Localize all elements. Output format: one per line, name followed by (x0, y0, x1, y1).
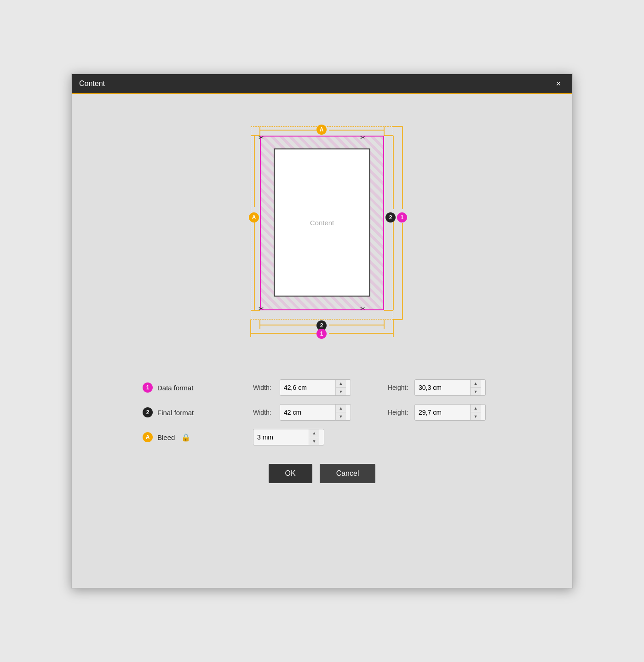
bleed-text: Bleed (157, 434, 175, 441)
data-format-width-spinners: ▲ ▼ (335, 380, 346, 395)
data-format-label-group: 1 Data format (143, 382, 216, 393)
data-format-height-up[interactable]: ▲ (471, 380, 481, 388)
data-format-width-field[interactable]: 42,6 cm (280, 381, 335, 394)
diagram-area: A A Content ✂ ✂ ✂ ✂ 2 (232, 117, 412, 352)
close-button[interactable]: × (552, 77, 565, 90)
final-format-width-down[interactable]: ▼ (336, 412, 346, 420)
data-format-width-input[interactable]: 42,6 cm ▲ ▼ (280, 379, 351, 396)
data-format-height-down[interactable]: ▼ (471, 388, 481, 395)
bleed-up[interactable]: ▲ (309, 429, 319, 437)
data-format-width-down[interactable]: ▼ (336, 388, 346, 395)
scissor-tl-icon: ✂ (259, 134, 264, 141)
final-format-height-group: Height: 29,7 cm ▲ ▼ (388, 404, 486, 421)
data-format-width-up[interactable]: ▲ (336, 380, 346, 388)
ok-button[interactable]: OK (269, 464, 312, 483)
final-format-width-spinners: ▲ ▼ (335, 405, 346, 420)
scissor-tr-icon: ✂ (360, 134, 366, 141)
data-format-text: Data format (157, 384, 193, 392)
footer: OK Cancel (269, 445, 376, 506)
bleed-badge: A (143, 432, 153, 442)
data-format-height-input[interactable]: 30,3 cm ▲ ▼ (414, 379, 486, 396)
form-section: 1 Data format Width: 42,6 cm ▲ ▼ (143, 379, 501, 445)
final-format-height-label: Height: (388, 409, 411, 416)
data-format-height-field[interactable]: 30,3 cm (415, 381, 470, 394)
bleed-label-group: A Bleed 🔒 (143, 432, 216, 442)
data-format-width-label: Width: (253, 384, 276, 391)
scissor-br-icon: ✂ (360, 305, 366, 312)
content-rect: Content (274, 148, 370, 297)
data-format-height-group: Height: 30,3 cm ▲ ▼ (388, 379, 486, 396)
final-format-text: Final format (157, 409, 194, 417)
bleed-spinners: ▲ ▼ (309, 429, 319, 445)
final-format-height-field[interactable]: 29,7 cm (415, 406, 470, 419)
lock-icon[interactable]: 🔒 (181, 433, 190, 442)
data-format-height-spinners: ▲ ▼ (470, 380, 481, 395)
final-format-badge: 2 (143, 407, 153, 417)
final-format-height-up[interactable]: ▲ (471, 405, 481, 412)
scissor-bl-icon: ✂ (259, 305, 264, 312)
bleed-input[interactable]: 3 mm ▲ ▼ (253, 429, 324, 445)
dialog-title: Content (79, 80, 105, 88)
bleed-row: A Bleed 🔒 3 mm ▲ ▼ (143, 429, 501, 445)
data-format-row: 1 Data format Width: 42,6 cm ▲ ▼ (143, 379, 501, 396)
data-format-width-group: Width: 42,6 cm ▲ ▼ (253, 379, 351, 396)
final-format-width-up[interactable]: ▲ (336, 405, 346, 412)
final-format-height-down[interactable]: ▼ (471, 412, 481, 420)
data-format-height-label: Height: (388, 384, 411, 391)
content-label: Content (310, 219, 334, 227)
bleed-down[interactable]: ▼ (309, 437, 319, 445)
final-format-width-group: Width: 42 cm ▲ ▼ (253, 404, 351, 421)
final-format-width-label: Width: (253, 409, 276, 416)
badge-1-right: 1 (397, 212, 407, 223)
data-format-badge: 1 (143, 382, 153, 393)
content-dialog: Content × (71, 74, 573, 588)
dialog-body: A A Content ✂ ✂ ✂ ✂ 2 (72, 94, 572, 588)
bleed-field[interactable]: 3 mm (253, 431, 309, 444)
final-format-height-input[interactable]: 29,7 cm ▲ ▼ (414, 404, 486, 421)
final-format-height-spinners: ▲ ▼ (470, 405, 481, 420)
cancel-button[interactable]: Cancel (320, 464, 376, 483)
badge-2-right: 2 (385, 212, 396, 223)
title-bar: Content × (72, 74, 572, 94)
final-format-width-input[interactable]: 42 cm ▲ ▼ (280, 404, 351, 421)
badge-1-bottom: 1 (316, 329, 327, 339)
bleed-value-group: 3 mm ▲ ▼ (253, 429, 324, 445)
final-format-width-field[interactable]: 42 cm (280, 406, 335, 419)
final-format-row: 2 Final format Width: 42 cm ▲ ▼ H (143, 404, 501, 421)
final-format-label-group: 2 Final format (143, 407, 216, 417)
